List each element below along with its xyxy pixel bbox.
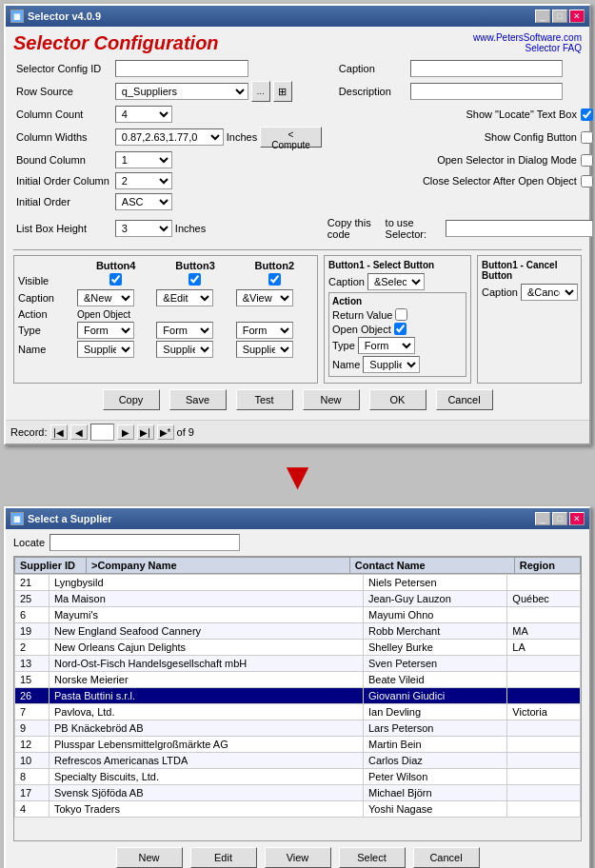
listbox-height-unit: Inches	[175, 223, 206, 234]
btn2-visible[interactable]	[268, 273, 281, 286]
table-row[interactable]: 19 New England Seafood Cannery Robb Merc…	[15, 623, 581, 640]
cell-id: 15	[15, 672, 50, 688]
minimize-btn[interactable]: _	[535, 10, 550, 23]
nav-last[interactable]: ▶|	[137, 424, 154, 440]
locate-label: Locate	[13, 537, 45, 548]
cell-contact: Niels Petersen	[364, 575, 507, 591]
open-obj-checkbox[interactable]	[394, 323, 407, 335]
copy-btn[interactable]: Copy	[103, 389, 160, 410]
table-row[interactable]: 10 Refrescos Americanas LTDA Carlos Diaz	[15, 753, 581, 769]
table-row[interactable]: 25 Ma Maison Jean-Guy Lauzon Québec	[15, 591, 581, 607]
save-btn[interactable]: Save	[169, 389, 227, 410]
btn4-type-select[interactable]: Form	[77, 322, 134, 339]
open-dialog-checkbox[interactable]	[581, 154, 593, 167]
cell-id: 26	[15, 688, 50, 704]
btn3-visible[interactable]	[188, 273, 201, 286]
btn4-col-label: Button4	[77, 260, 154, 271]
col-company-name[interactable]: >Company Name	[86, 558, 349, 574]
col-region[interactable]: Region	[514, 558, 580, 574]
col-supplier-id[interactable]: Supplier ID	[15, 558, 87, 574]
copy-code-input[interactable]: =Sel_OpenSelector("Suppliers")	[446, 220, 593, 237]
cell-region	[507, 688, 581, 704]
nav-new[interactable]: ▶*	[157, 424, 174, 440]
bottom-action-buttons: New Edit View Select Cancel	[6, 841, 589, 868]
locate-input[interactable]: pa	[50, 534, 240, 551]
description-input[interactable]: Selection list for Suppliers form	[410, 83, 563, 100]
btn3-name-select[interactable]: Suppliers	[156, 341, 213, 358]
init-order-col-select[interactable]: 2	[115, 172, 172, 189]
init-order-col-label: Initial Order Column	[16, 175, 109, 187]
bottom-maximize-btn[interactable]: □	[552, 512, 567, 525]
open-dialog-label: Open Selector in Dialog Mode	[437, 154, 577, 166]
test-btn[interactable]: Test	[236, 389, 293, 410]
table-row[interactable]: 26 Pasta Buttini s.r.l. Giovanni Giudici	[15, 688, 581, 704]
ok-btn[interactable]: OK	[369, 389, 426, 410]
btn3-type-select[interactable]: Form	[156, 322, 213, 339]
compute-btn[interactable]: < Compute	[260, 127, 322, 148]
col-count-select[interactable]: 4	[115, 106, 172, 123]
table-scroll-area[interactable]: 21 Lyngbysild Niels Petersen 25 Ma Maiso…	[14, 574, 581, 840]
nav-prev[interactable]: ◀	[70, 424, 88, 440]
show-config-checkbox[interactable]	[581, 131, 593, 144]
link-faq[interactable]: Selector FAQ	[473, 43, 582, 53]
close-after-checkbox[interactable]	[581, 175, 593, 187]
bottom-minimize-btn[interactable]: _	[535, 512, 550, 525]
init-order-select[interactable]: ASC	[115, 193, 172, 210]
nav-next[interactable]: ▶	[117, 424, 134, 440]
maximize-btn[interactable]: □	[552, 10, 567, 23]
record-current[interactable]: 9	[90, 424, 114, 441]
table-row[interactable]: 17 Svensk Sjöföda AB Michael Björn	[15, 785, 581, 801]
nav-first[interactable]: |◀	[50, 424, 68, 440]
bottom-select-btn[interactable]: Select	[339, 847, 406, 868]
copy-code-label2: to use Selector:	[386, 217, 442, 240]
btn4-visible[interactable]	[109, 273, 122, 286]
sel-type-select[interactable]: Form	[358, 337, 415, 354]
close-after-label: Close Selector After Open Object	[423, 175, 577, 187]
table-row[interactable]: 9 PB Knäckebröd AB Lars Peterson	[15, 720, 581, 737]
bottom-new-btn[interactable]: New	[116, 847, 183, 868]
row-source-grid-btn[interactable]: ⊞	[273, 81, 292, 102]
table-row[interactable]: 8 Specialty Biscuits, Ltd. Peter Wilson	[15, 769, 581, 785]
table-row[interactable]: 7 Pavlova, Ltd. Ian Devling Victoria	[15, 704, 581, 720]
row-source-select[interactable]: q_Suppliers	[115, 83, 248, 100]
table-row[interactable]: 4 Tokyo Traders Yoshi Nagase	[15, 801, 581, 818]
select-caption-select[interactable]: &Select	[367, 273, 425, 290]
row-source-browse-btn[interactable]: …	[251, 81, 270, 102]
table-row[interactable]: 13 Nord-Ost-Fisch Handelsgesellschaft mb…	[15, 656, 581, 672]
sel-name-select[interactable]: Suppliers	[363, 356, 420, 373]
bottom-close-btn[interactable]: ✕	[569, 512, 585, 525]
bottom-view-btn[interactable]: View	[265, 847, 331, 868]
cell-region	[507, 753, 581, 769]
close-btn[interactable]: ✕	[569, 10, 585, 23]
btn4-caption-select[interactable]: &New	[77, 289, 134, 306]
link-website[interactable]: www.PetersSoftware.com	[473, 32, 582, 43]
btn4-name-select[interactable]: Suppliers	[77, 341, 134, 358]
col-contact-name[interactable]: Contact Name	[349, 558, 514, 574]
table-row[interactable]: 6 Mayumi's Mayumi Ohno	[15, 607, 581, 623]
table-row[interactable]: 21 Lyngbysild Niels Petersen	[15, 575, 581, 591]
cell-id: 10	[15, 753, 50, 769]
config-id-input[interactable]: Suppliers	[115, 60, 248, 77]
btn2-type-select[interactable]: Form	[236, 322, 293, 339]
cancel-btn[interactable]: Cancel	[436, 389, 493, 410]
btn2-name-select[interactable]: Suppliers	[236, 341, 293, 358]
col-widths-select[interactable]: 0.87,2.63,1.77,0	[115, 128, 224, 146]
table-row[interactable]: 12 Plusspar Lebensmittelgroßmärkte AG Ma…	[15, 737, 581, 753]
bottom-cancel-btn[interactable]: Cancel	[413, 847, 480, 868]
show-locate-checkbox[interactable]	[581, 108, 593, 121]
bound-col-select[interactable]: 1	[115, 151, 172, 168]
new-btn[interactable]: New	[303, 389, 360, 410]
table-row[interactable]: 2 New Orleans Cajun Delights Shelley Bur…	[15, 640, 581, 656]
app-title: Selector Configuration	[13, 32, 219, 54]
cell-company: Tokyo Traders	[49, 801, 363, 818]
cell-id: 25	[15, 591, 50, 607]
btn3-caption-select[interactable]: &Edit	[156, 289, 213, 306]
caption-input[interactable]: Select a Supplier	[410, 60, 563, 77]
cancel-caption-select[interactable]: &Cancel	[521, 284, 578, 301]
listbox-height-select[interactable]: 3	[115, 220, 172, 237]
return-val-checkbox[interactable]	[395, 308, 407, 321]
app-icon: ▦	[10, 10, 24, 23]
btn2-caption-select[interactable]: &View	[236, 289, 293, 306]
bottom-edit-btn[interactable]: Edit	[190, 847, 257, 868]
table-row[interactable]: 15 Norske Meierier Beate Vileid	[15, 672, 581, 688]
